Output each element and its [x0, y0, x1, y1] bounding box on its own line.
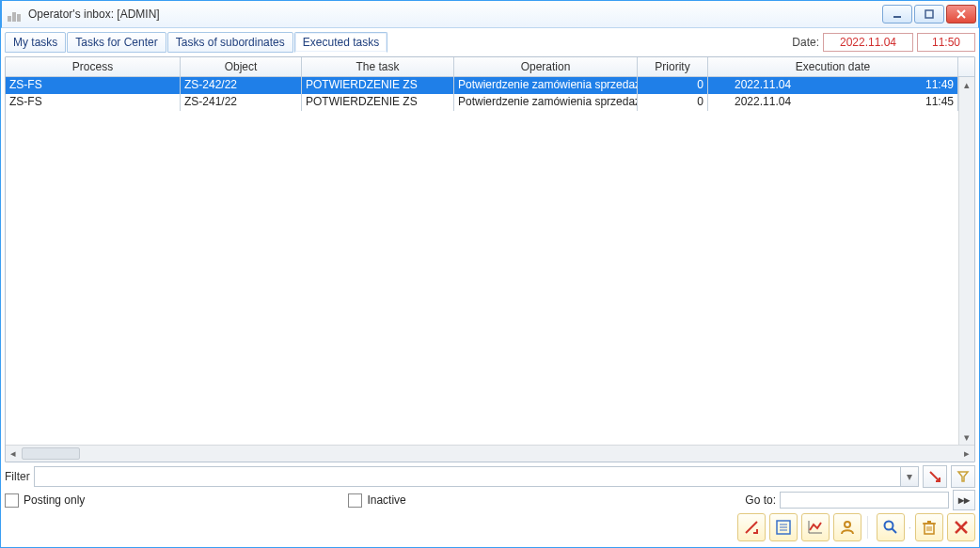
- table-row[interactable]: ZS-FS ZS-241/22 POTWIERDZENIE ZS Potwier…: [6, 94, 958, 111]
- close-button[interactable]: [946, 5, 976, 23]
- maximize-button[interactable]: [914, 5, 944, 23]
- filter-label: Filter: [5, 470, 30, 483]
- filter-apply-button[interactable]: [923, 465, 947, 488]
- cell-object: ZS-241/22: [181, 94, 302, 111]
- tab-tasks-of-subordinates[interactable]: Tasks of subordinates: [167, 32, 293, 53]
- date-box: Date: 2022.11.04 11:50: [792, 33, 975, 52]
- tabs: My tasks Tasks for Center Tasks of subor…: [5, 32, 387, 53]
- filter-bar: Filter ▾: [5, 466, 975, 487]
- title-bar: Operator's inbox: [ADMIN]: [1, 0, 979, 28]
- goto-button[interactable]: ▸▸: [953, 490, 975, 510]
- tab-bar: My tasks Tasks for Center Tasks of subor…: [5, 32, 975, 53]
- svg-point-8: [845, 522, 850, 527]
- client-area: My tasks Tasks for Center Tasks of subor…: [1, 28, 979, 547]
- scroll-thumb[interactable]: [22, 447, 80, 460]
- user-button[interactable]: [833, 513, 861, 541]
- inactive-label: Inactive: [367, 493, 405, 507]
- filter-combo[interactable]: ▾: [34, 466, 919, 487]
- date-field[interactable]: 2022.11.04: [823, 33, 913, 52]
- cell-execution-date: 2022.11.0411:45: [708, 94, 958, 111]
- checkbox-icon: [348, 493, 362, 508]
- goto-label: Go to:: [745, 493, 776, 507]
- app-window: Operator's inbox: [ADMIN] My tasks Tasks…: [0, 0, 980, 548]
- chevron-down-icon[interactable]: ▾: [900, 467, 918, 486]
- column-header-process[interactable]: Process: [6, 57, 181, 76]
- cell-execution-date: 2022.11.0411:49: [708, 77, 958, 94]
- checkbox-icon: [5, 493, 19, 508]
- app-icon: [8, 7, 23, 22]
- cancel-button[interactable]: [947, 513, 975, 541]
- goto-input[interactable]: [780, 492, 949, 509]
- cell-operation: Potwierdzenie zamówienia sprzedaży: [454, 77, 638, 94]
- grid-body: ZS-FS ZS-242/22 POTWIERDZENIE ZS Potwier…: [6, 77, 974, 445]
- column-header-object[interactable]: Object: [181, 57, 302, 76]
- grid-headers: Process Object The task Operation Priori…: [6, 57, 974, 77]
- column-header-priority[interactable]: Priority: [638, 57, 708, 76]
- cell-operation: Potwierdzenie zamówienia sprzedaży: [454, 94, 638, 111]
- date-label: Date:: [792, 36, 819, 49]
- window-title: Operator's inbox: [ADMIN]: [28, 8, 160, 21]
- column-header-task[interactable]: The task: [302, 57, 454, 76]
- svg-rect-1: [925, 10, 933, 18]
- scroll-down-icon[interactable]: ▾: [959, 430, 974, 445]
- grid-rows: ZS-FS ZS-242/22 POTWIERDZENIE ZS Potwier…: [6, 77, 958, 445]
- cell-task: POTWIERDZENIE ZS: [302, 94, 454, 111]
- tab-my-tasks[interactable]: My tasks: [5, 32, 66, 53]
- scroll-up-icon[interactable]: ▴: [959, 77, 974, 92]
- options-row: Posting only Inactive Go to: ▸▸: [5, 491, 975, 509]
- tab-executed-tasks[interactable]: Executed tasks: [294, 32, 387, 53]
- horizontal-scrollbar[interactable]: ◂ ▸: [6, 445, 974, 462]
- inactive-checkbox[interactable]: Inactive: [348, 493, 405, 508]
- svg-line-10: [893, 529, 897, 534]
- cell-process: ZS-FS: [6, 94, 181, 111]
- cell-object: ZS-242/22: [181, 77, 302, 94]
- posting-only-label: Posting only: [24, 493, 85, 507]
- tab-tasks-for-center[interactable]: Tasks for Center: [67, 32, 166, 53]
- delete-button[interactable]: [915, 513, 943, 541]
- filter-config-button[interactable]: [951, 465, 975, 488]
- scroll-left-icon[interactable]: ◂: [6, 447, 21, 460]
- column-header-execution-date[interactable]: Execution date: [708, 57, 958, 76]
- compose-button[interactable]: [737, 513, 766, 541]
- svg-point-9: [885, 522, 893, 530]
- cell-priority: 0: [638, 77, 708, 94]
- time-field[interactable]: 11:50: [917, 33, 975, 52]
- posting-only-checkbox[interactable]: Posting only: [5, 493, 85, 508]
- window-buttons: [882, 5, 976, 23]
- task-grid: Process Object The task Operation Priori…: [5, 56, 975, 462]
- minimize-button[interactable]: [882, 5, 912, 23]
- vertical-scrollbar[interactable]: ▴ ▾: [958, 77, 974, 445]
- preview-button[interactable]: [877, 513, 905, 541]
- bottom-toolbar: ·: [5, 513, 975, 541]
- scroll-right-icon[interactable]: ▸: [959, 447, 974, 460]
- chart-button[interactable]: [801, 513, 830, 541]
- cell-task: POTWIERDZENIE ZS: [302, 77, 454, 94]
- cell-priority: 0: [638, 94, 708, 111]
- process-view-button[interactable]: [769, 513, 798, 541]
- cell-process: ZS-FS: [6, 77, 181, 94]
- table-row[interactable]: ZS-FS ZS-242/22 POTWIERDZENIE ZS Potwier…: [6, 77, 958, 94]
- column-header-operation[interactable]: Operation: [454, 57, 638, 76]
- goto-box: Go to: ▸▸: [745, 490, 975, 510]
